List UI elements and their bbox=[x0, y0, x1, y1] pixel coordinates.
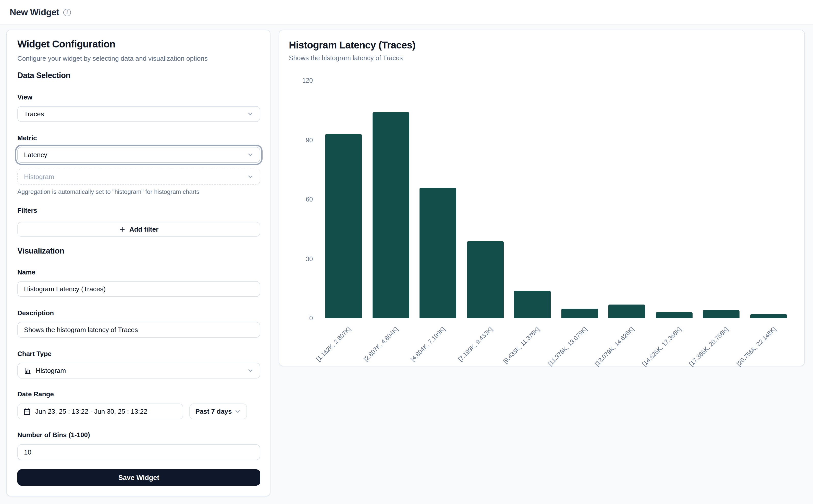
aggregation-helper-text: Aggregation is automatically set to "his… bbox=[17, 188, 260, 195]
name-input-value: Histogram Latency (Traces) bbox=[24, 285, 254, 293]
date-range-value: Jun 23, 25 : 13:22 - Jun 30, 25 : 13:22 bbox=[35, 408, 147, 415]
histogram-bar[interactable] bbox=[514, 291, 551, 318]
x-axis-tick-label: [2.807K, 4.804K] bbox=[362, 325, 399, 363]
metric-label: Metric bbox=[17, 134, 260, 142]
histogram-bar[interactable] bbox=[325, 134, 362, 318]
y-axis-tick-label: 30 bbox=[288, 255, 313, 263]
date-range-label: Date Range bbox=[17, 390, 260, 398]
name-input[interactable]: Histogram Latency (Traces) bbox=[17, 281, 260, 297]
date-preset-value: Past 7 days bbox=[195, 408, 232, 415]
description-input[interactable]: Shows the histogram latency of Traces bbox=[17, 322, 260, 338]
top-header: New Widget i bbox=[0, 0, 813, 25]
view-label: View bbox=[17, 93, 260, 101]
x-axis-tick-label: [7.199K, 9.433K] bbox=[457, 325, 494, 363]
filters-label: Filters bbox=[17, 207, 260, 214]
histogram-chart: 0306090120[1.162K, 2.807K][2.807K, 4.804… bbox=[289, 30, 799, 367]
x-axis-tick-label: [1.162K, 2.807K] bbox=[315, 325, 352, 363]
metric-select-value: Latency bbox=[24, 151, 247, 159]
chart-type-label: Chart Type bbox=[17, 350, 260, 358]
chart-preview-panel: Histogram Latency (Traces) Shows the his… bbox=[279, 30, 805, 366]
chevron-down-icon bbox=[247, 173, 254, 180]
chevron-down-icon bbox=[247, 111, 254, 117]
plus-icon bbox=[119, 226, 126, 233]
histogram-bar[interactable] bbox=[750, 314, 787, 318]
x-axis-tick-label: [11.378K, 13.079K] bbox=[546, 325, 588, 367]
bins-input-value: 10 bbox=[24, 448, 254, 456]
histogram-bar[interactable] bbox=[467, 241, 504, 318]
bins-label: Number of Bins (1-100) bbox=[17, 431, 260, 439]
histogram-bar[interactable] bbox=[420, 187, 456, 318]
config-panel-title: Widget Configuration bbox=[17, 38, 260, 50]
chevron-down-icon bbox=[234, 408, 241, 415]
x-axis-tick-label: [9.433K, 11.378K] bbox=[502, 325, 541, 365]
histogram-bar[interactable] bbox=[608, 305, 645, 318]
date-range-button[interactable]: Jun 23, 25 : 13:22 - Jun 30, 25 : 13:22 bbox=[17, 404, 183, 419]
histogram-bar[interactable] bbox=[656, 312, 692, 318]
bins-input[interactable]: 10 bbox=[17, 444, 260, 460]
x-axis-tick-label: [13.079K, 14.626K] bbox=[593, 325, 635, 368]
view-select[interactable]: Traces bbox=[17, 106, 260, 122]
section-data-selection: Data Selection bbox=[17, 71, 260, 80]
y-axis-tick-label: 0 bbox=[288, 314, 313, 322]
bar-chart-icon bbox=[24, 367, 31, 374]
aggregation-select: Histogram bbox=[17, 169, 260, 185]
name-label: Name bbox=[17, 268, 260, 276]
description-input-value: Shows the histogram latency of Traces bbox=[24, 326, 254, 334]
section-visualization: Visualization bbox=[17, 246, 260, 256]
save-widget-button[interactable]: Save Widget bbox=[17, 469, 260, 486]
calendar-icon bbox=[23, 408, 31, 415]
x-axis-tick-label: [14.626K, 17.366K] bbox=[641, 325, 683, 368]
y-axis-tick-label: 90 bbox=[288, 136, 313, 144]
histogram-bar[interactable] bbox=[703, 310, 740, 318]
aggregation-select-value: Histogram bbox=[24, 173, 247, 181]
view-select-value: Traces bbox=[24, 110, 247, 118]
date-preset-button[interactable]: Past 7 days bbox=[189, 404, 247, 419]
config-panel-subtitle: Configure your widget by selecting data … bbox=[17, 55, 260, 62]
chart-type-select[interactable]: Histogram bbox=[17, 363, 260, 379]
add-filter-button[interactable]: Add filter bbox=[17, 222, 260, 237]
widget-configuration-panel: Widget Configuration Configure your widg… bbox=[6, 30, 270, 496]
chart-type-value: Histogram bbox=[36, 367, 247, 374]
x-axis-tick-label: [20.756K, 22.148K] bbox=[735, 325, 777, 368]
description-label: Description bbox=[17, 309, 260, 317]
histogram-bar[interactable] bbox=[561, 308, 598, 318]
chevron-down-icon bbox=[247, 367, 254, 374]
chevron-down-icon bbox=[247, 152, 254, 158]
page-title: New Widget bbox=[10, 7, 59, 18]
y-axis-tick-label: 60 bbox=[288, 195, 313, 204]
info-icon[interactable]: i bbox=[63, 8, 71, 16]
x-axis-tick-label: [4.804K, 7.199K] bbox=[409, 325, 447, 363]
histogram-bar[interactable] bbox=[372, 112, 409, 318]
metric-select[interactable]: Latency bbox=[17, 147, 260, 163]
page: New Widget i Widget Configuration Config… bbox=[0, 0, 813, 504]
y-axis-tick-label: 120 bbox=[288, 77, 313, 85]
add-filter-label: Add filter bbox=[129, 225, 158, 233]
x-axis-tick-label: [17.366K, 20.756K] bbox=[688, 325, 730, 368]
